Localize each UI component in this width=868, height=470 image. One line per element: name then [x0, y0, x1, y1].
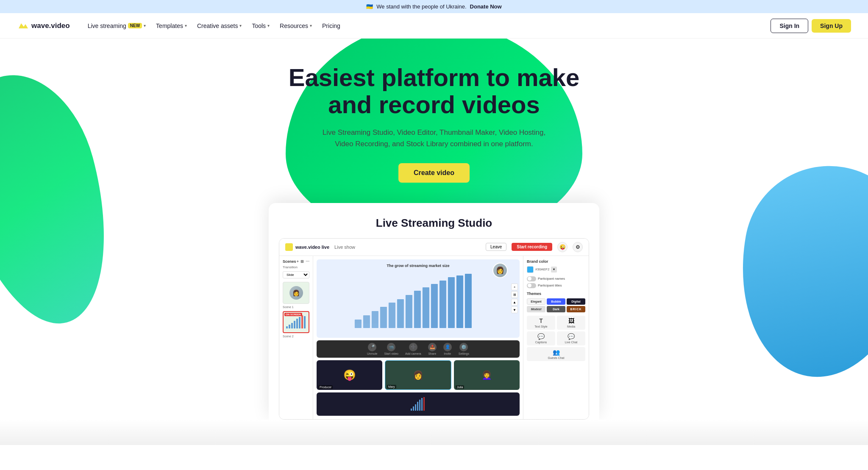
- color-swatch[interactable]: [527, 266, 534, 273]
- create-video-button[interactable]: Create video: [398, 163, 470, 183]
- scenes-add-icon[interactable]: +: [297, 259, 299, 264]
- studio-show-name: Live show: [334, 245, 481, 250]
- studio-emoji-button[interactable]: 😜: [557, 242, 568, 252]
- brand-color-row: #30AEF2 ▾: [527, 266, 585, 273]
- theme-brick[interactable]: BRICK: [567, 306, 585, 312]
- scene-thumb-1[interactable]: 👩: [283, 282, 309, 304]
- canvas-ctrl-1[interactable]: +: [511, 284, 518, 290]
- control-invite[interactable]: 👤 Invite: [443, 343, 452, 355]
- hero-title-line1: Easiest platform to make: [289, 64, 580, 91]
- announcement-bar: 🇺🇦 We stand with the people of Ukraine. …: [0, 0, 868, 13]
- nav-label-pricing: Pricing: [322, 22, 340, 29]
- tool-guests-chat[interactable]: 👥 Guests Chat: [527, 347, 585, 361]
- svg-rect-20: [456, 275, 463, 328]
- participant-producer[interactable]: 😜 Producer: [317, 360, 382, 390]
- nav-label-tools: Tools: [252, 22, 266, 29]
- participant-name-producer: Producer: [318, 385, 333, 389]
- toggle-participant-titles[interactable]: Participant titles: [527, 283, 585, 288]
- chart-title: The grow of streaming market size: [317, 264, 520, 268]
- unmute-icon: 🎤: [368, 343, 376, 351]
- color-picker-button[interactable]: ▾: [551, 267, 557, 273]
- studio-leave-button[interactable]: Leave: [486, 243, 506, 251]
- tool-text-style[interactable]: T Text Style: [527, 316, 555, 330]
- canvas-ctrl-4[interactable]: ▼: [511, 306, 518, 313]
- tool-label-live-chat: Live Chat: [565, 341, 578, 344]
- nav-item-live-streaming[interactable]: Live streaming New ▾: [83, 20, 150, 32]
- scenes-icons: + ⊞ ⋯: [297, 259, 309, 264]
- donate-link[interactable]: Donate Now: [470, 3, 502, 10]
- extra-thumb-1[interactable]: [317, 392, 520, 416]
- nav-label-creative-assets: Creative assets: [197, 22, 238, 29]
- nav-item-pricing[interactable]: Pricing: [318, 20, 345, 32]
- studio-logo-label: wave.video live: [295, 245, 329, 250]
- nav-item-templates[interactable]: Templates ▾: [152, 20, 191, 32]
- svg-rect-0: [286, 326, 288, 328]
- canvas-side-controls: + ⊞ ▲ ▼: [511, 284, 518, 313]
- settings-icon: ⚙️: [459, 343, 468, 351]
- hero-title: Easiest platform to make and record vide…: [286, 64, 582, 118]
- scenes-grid-icon[interactable]: ⊞: [300, 259, 304, 264]
- nav-actions: Sign In Sign Up: [771, 19, 851, 33]
- sign-in-button[interactable]: Sign In: [771, 19, 808, 33]
- toggle-label-names: Participant names: [538, 277, 565, 281]
- svg-rect-17: [431, 284, 437, 328]
- sign-up-button[interactable]: Sign Up: [812, 19, 851, 33]
- logo-link[interactable]: wave.video: [17, 20, 70, 32]
- canvas-ctrl-3[interactable]: ▲: [511, 299, 518, 306]
- participant-titles-toggle[interactable]: [527, 283, 536, 288]
- tool-captions[interactable]: 💬 Captions: [527, 331, 555, 345]
- color-code: #30AEF2: [535, 267, 549, 271]
- nav-item-resources[interactable]: Resources ▾: [275, 20, 316, 32]
- text-style-icon: T: [539, 317, 543, 324]
- page-bottom: [0, 420, 868, 445]
- mini-chart-thumb: [410, 397, 427, 412]
- studio-title: Live Streaming Studio: [279, 217, 589, 230]
- main-canvas: The grow of streaming market size: [313, 256, 523, 419]
- scene-mini-chart: [285, 314, 307, 329]
- tool-label-captions: Captions: [535, 341, 547, 344]
- media-icon: 🖼: [568, 317, 574, 324]
- control-unmute[interactable]: 🎤 Unmute: [367, 343, 378, 355]
- toggle-participant-names[interactable]: Participant names: [527, 276, 585, 281]
- control-share[interactable]: 📤 Share: [428, 343, 437, 355]
- theme-digital[interactable]: Digital: [567, 298, 585, 305]
- theme-dark[interactable]: Dark: [547, 306, 565, 312]
- scene-thumb-2[interactable]: ON SCREEN: [283, 311, 309, 333]
- studio-logo-icon: [285, 243, 293, 251]
- control-settings[interactable]: ⚙️ Settings: [459, 343, 469, 355]
- tool-media[interactable]: 🖼 Media: [557, 316, 585, 330]
- scenes-more-icon[interactable]: ⋯: [306, 259, 309, 264]
- toggle-dot: [528, 277, 531, 281]
- theme-elegant[interactable]: Elegant: [527, 298, 545, 305]
- participant-names-toggle[interactable]: [527, 276, 536, 281]
- tool-live-chat[interactable]: 💬 Live Chat: [557, 331, 585, 345]
- nav-item-creative-assets[interactable]: Creative assets ▾: [193, 20, 246, 32]
- control-start-video[interactable]: 📹 Start video: [384, 343, 398, 355]
- theme-modest[interactable]: Modest: [527, 306, 545, 312]
- svg-rect-15: [414, 291, 420, 328]
- svg-rect-2: [291, 323, 293, 328]
- canvas-ctrl-2[interactable]: ⊞: [511, 291, 518, 298]
- studio-record-button[interactable]: Start recording: [512, 243, 552, 251]
- nav-label-resources: Resources: [280, 22, 308, 29]
- svg-rect-1: [289, 325, 290, 328]
- toggle-dot-2: [528, 284, 531, 287]
- hero-subtitle: Live Streaming Studio, Video Editor, Thu…: [320, 127, 548, 150]
- nav-item-tools[interactable]: Tools ▾: [248, 20, 274, 32]
- guests-chat-icon: 👥: [553, 349, 560, 356]
- chevron-down-icon: ▾: [144, 23, 146, 28]
- themes-section: Themes Elegant Bubble Digital Modest Dar…: [527, 292, 585, 312]
- transition-select[interactable]: Slide Fade Cut: [283, 271, 309, 278]
- studio-settings-icon[interactable]: ⚙: [573, 242, 583, 252]
- theme-bubble[interactable]: Bubble: [547, 298, 565, 305]
- svg-rect-11: [380, 307, 387, 328]
- presenter-avatar: 👩: [492, 263, 508, 278]
- svg-rect-6: [301, 315, 303, 328]
- svg-rect-18: [439, 281, 446, 328]
- participant-mary[interactable]: 👩 Mary: [385, 360, 451, 390]
- start-video-icon: 📹: [387, 343, 395, 351]
- participant-emoji-producer: 😜: [343, 369, 356, 381]
- control-add-camera[interactable]: ➕ Add camera: [405, 343, 421, 355]
- svg-rect-19: [448, 277, 454, 328]
- participant-julia[interactable]: 👩‍🦱 Julia: [454, 360, 520, 390]
